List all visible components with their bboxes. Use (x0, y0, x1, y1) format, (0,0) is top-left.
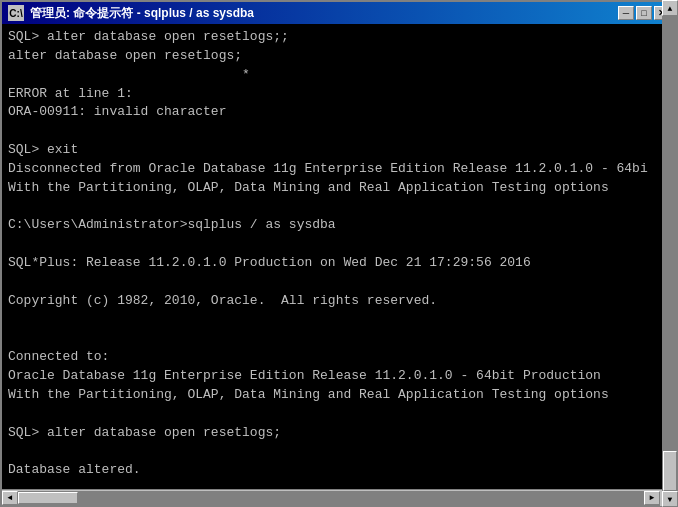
main-content: SQL> alter database open resetlogs;;alte… (2, 24, 676, 489)
scroll-thumb[interactable] (663, 451, 676, 489)
console-line: Database altered. (8, 461, 670, 480)
console-wrapper[interactable]: SQL> alter database open resetlogs;;alte… (2, 24, 676, 489)
h-scroll-track[interactable] (18, 491, 644, 505)
console-line: C:\Users\Administrator>sqlplus / as sysd… (8, 216, 670, 235)
window-icon: C:\ (8, 5, 24, 21)
console-line (8, 443, 670, 462)
window-title: 管理员: 命令提示符 - sqlplus / as sysdba (30, 5, 254, 22)
console-line (8, 311, 670, 330)
console-line: ERROR at line 1: (8, 85, 670, 104)
title-bar: C:\ 管理员: 命令提示符 - sqlplus / as sysdba ─ □… (2, 2, 676, 24)
console-line: SQL*Plus: Release 11.2.0.1.0 Production … (8, 254, 670, 273)
console-line (8, 330, 670, 349)
console-line: alter database open resetlogs; (8, 47, 670, 66)
h-scroll-thumb[interactable] (18, 492, 78, 504)
minimize-button[interactable]: ─ (618, 6, 634, 20)
console-line: With the Partitioning, OLAP, Data Mining… (8, 386, 670, 405)
console-line: Oracle Database 11g Enterprise Edition R… (8, 367, 670, 386)
console-line: SQL> alter database open resetlogs; (8, 424, 670, 443)
console-line (8, 480, 670, 489)
title-bar-left: C:\ 管理员: 命令提示符 - sqlplus / as sysdba (8, 5, 254, 22)
terminal-window: C:\ 管理员: 命令提示符 - sqlplus / as sysdba ─ □… (0, 0, 678, 507)
console-line: Disconnected from Oracle Database 11g En… (8, 160, 670, 179)
scroll-track[interactable] (662, 24, 676, 489)
console-line (8, 405, 670, 424)
console-line: SQL> alter database open resetlogs;; (8, 28, 670, 47)
console-line (8, 198, 670, 217)
scroll-left-button[interactable]: ◄ (2, 491, 18, 505)
bottom-bar: ◄ ► (2, 489, 676, 505)
console-line: Copyright (c) 1982, 2010, Oracle. All ri… (8, 292, 670, 311)
console-line (8, 122, 670, 141)
console-line: ORA-00911: invalid character (8, 103, 670, 122)
scroll-right-button[interactable]: ► (644, 491, 660, 505)
console-line (8, 273, 670, 292)
console-output[interactable]: SQL> alter database open resetlogs;;alte… (2, 24, 676, 489)
console-line: SQL> exit (8, 141, 670, 160)
vertical-scrollbar[interactable]: ▲ ▼ (662, 24, 676, 489)
console-line: * (8, 66, 670, 85)
console-line (8, 235, 670, 254)
console-line: With the Partitioning, OLAP, Data Mining… (8, 179, 670, 198)
console-line: Connected to: (8, 348, 670, 367)
maximize-button[interactable]: □ (636, 6, 652, 20)
